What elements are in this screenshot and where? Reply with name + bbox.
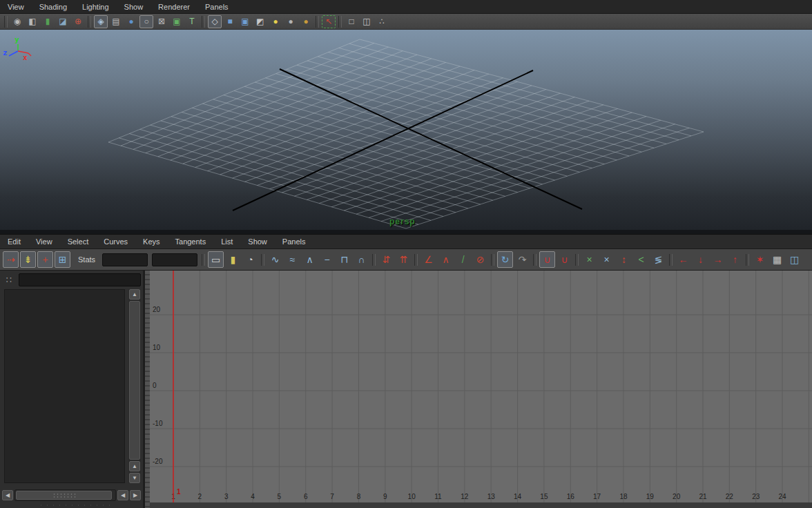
unify-tangents-icon[interactable]: ∧ [438, 251, 454, 268]
time-snap-icon[interactable]: ∪ [539, 251, 555, 268]
panel-resize-grip[interactable] [38, 504, 114, 507]
lattice-deform-keys-icon[interactable]: ⊞ [55, 251, 70, 268]
enable-stacked-curves-icon[interactable]: < [633, 251, 649, 268]
image-plane-icon[interactable]: ◪ [56, 15, 70, 28]
horizontal-scroll-thumb[interactable] [16, 491, 112, 500]
flat-tangents-icon[interactable]: − [319, 251, 335, 268]
stats-time-field[interactable] [102, 253, 148, 266]
ge-menu-keys[interactable]: Keys [135, 235, 167, 248]
spline-tangents-icon[interactable]: ∿ [267, 251, 283, 268]
ge-menu-edit[interactable]: Edit [0, 235, 28, 248]
use-all-lights-icon[interactable]: ● [269, 15, 282, 28]
outliner-display-toggle-icon[interactable]: ∷ [2, 275, 16, 285]
vertical-scroll-thumb[interactable] [129, 301, 140, 460]
wireframe-on-shaded-icon[interactable]: ▣ [238, 15, 252, 28]
clamped-tangents-icon[interactable]: ≈ [284, 251, 300, 268]
layout-window-icon[interactable]: ◫ [786, 251, 802, 268]
ge-menu-view[interactable]: View [28, 235, 60, 248]
lock-tangent-weight-icon[interactable]: ⊘ [472, 251, 488, 268]
scroll-up-button-bottom[interactable]: ▲ [129, 461, 140, 471]
field-chart-icon[interactable]: ⊠ [155, 15, 168, 28]
bookmarks-icon[interactable]: ▮ [41, 15, 55, 28]
vp-menu-show[interactable]: Show [117, 0, 151, 14]
channel-filter-input[interactable] [19, 273, 141, 286]
enable-normalized-view-icon[interactable]: × [581, 251, 597, 268]
load-curves-icon[interactable]: ↷ [514, 251, 530, 268]
safe-title-icon[interactable]: T [185, 15, 199, 28]
curve-graph-area[interactable]: 1234567891011121314151617181920212223242… [145, 271, 812, 508]
wireframe-icon[interactable]: ◇ [208, 15, 222, 28]
post-infinity-cycle-offset-icon[interactable]: ↑ [727, 251, 743, 268]
ge-menu-select[interactable]: Select [60, 235, 97, 248]
retime-tool-icon[interactable]: ✶ [752, 251, 768, 268]
camera-attributes-icon[interactable]: ◧ [26, 15, 39, 28]
grid-icon[interactable]: ◈ [94, 15, 108, 28]
frame-playback-range-icon[interactable]: ▮ [225, 251, 241, 268]
step-tangents-icon[interactable]: ⊓ [336, 251, 352, 268]
x-tick-label: 22 [726, 493, 734, 500]
free-tangent-weight-icon[interactable]: / [455, 251, 471, 268]
toolbar-separator [669, 254, 673, 266]
isolate-select-icon-glyph: ↖ [325, 17, 332, 26]
pre-infinity-cycle-icon[interactable]: ← [675, 251, 691, 268]
ge-menu-show[interactable]: Show [240, 235, 275, 248]
select-camera-icon[interactable]: ◉ [10, 15, 24, 28]
add-keys-tool-icon[interactable]: + [37, 251, 53, 268]
center-current-time-icon[interactable]: ◔ [242, 251, 258, 268]
shared-nodes-icon[interactable]: ∴ [375, 15, 389, 28]
spline-tangents-icon-glyph: ∿ [271, 255, 280, 264]
x-tick-label: 17 [593, 493, 601, 500]
scroll-up-button[interactable]: ▲ [129, 289, 140, 300]
layered-view-icon[interactable]: ◫ [360, 15, 374, 28]
vp-menu-renderer[interactable]: Renderer [151, 0, 197, 14]
ge-menu-list[interactable]: List [213, 235, 240, 248]
scroll-left-button-2[interactable]: ◀ [117, 490, 128, 500]
gate-mask-icon[interactable]: ○ [139, 15, 153, 28]
value-snap-icon[interactable]: ∪ [557, 251, 572, 268]
pre-infinity-cycle-offset-icon[interactable]: ↓ [693, 251, 708, 268]
x-tick-label: 3 [224, 493, 229, 500]
auto-load-curves-icon[interactable]: ↻ [497, 251, 513, 268]
textured-icon[interactable]: ◩ [253, 15, 267, 28]
frame-all-icon[interactable]: ▭ [208, 251, 224, 268]
linear-tangents-icon[interactable]: ∧ [302, 251, 318, 268]
snap-buffer-curves-icon[interactable]: ⇈ [396, 251, 412, 268]
film-gate-icon[interactable]: ▤ [109, 15, 123, 28]
xray-icon[interactable]: □ [345, 15, 358, 28]
plateau-tangents-icon[interactable]: ∩ [354, 251, 369, 268]
scroll-down-button[interactable]: ▼ [129, 473, 140, 483]
pan-zoom-icon[interactable]: ⊕ [71, 15, 85, 28]
default-material-icon[interactable]: ● [284, 15, 298, 28]
ge-menu-curves[interactable]: Curves [96, 235, 135, 248]
vp-menu-shading[interactable]: Shading [32, 0, 75, 14]
perspective-viewport[interactable]: y z x persp [0, 30, 812, 234]
stats-value-field[interactable] [152, 253, 197, 266]
isolate-select-icon[interactable]: ↖ [322, 15, 336, 28]
resolution-gate-icon[interactable]: ● [124, 15, 138, 28]
ge-menu-tangents[interactable]: Tangents [168, 235, 214, 248]
lock-tangent-weight-icon-glyph: ⊘ [476, 255, 485, 264]
scroll-left-button[interactable]: ◀ [2, 490, 13, 500]
graph-editor-menubar: Edit View Select Curves Keys Tangents Li… [0, 234, 812, 249]
insert-keys-tool-icon[interactable]: ⇟ [20, 251, 36, 268]
scroll-right-button[interactable]: ▶ [130, 490, 141, 500]
frame-all-icon-glyph: ▭ [211, 255, 220, 264]
disable-stacked-curves-icon[interactable]: ≶ [650, 251, 666, 268]
horizontal-scroll-track[interactable] [14, 489, 116, 501]
vp-menu-view[interactable]: View [0, 0, 32, 14]
post-infinity-cycle-icon[interactable]: → [710, 251, 726, 268]
unify-tangents-icon-glyph: ∧ [442, 255, 449, 264]
vp-menu-lighting[interactable]: Lighting [75, 0, 117, 14]
smooth-shade-icon[interactable]: ■ [223, 15, 237, 28]
move-nearest-key-tool-icon[interactable]: ⇢ [3, 251, 19, 268]
ge-menu-panels[interactable]: Panels [275, 235, 313, 248]
shadows-icon[interactable]: ● [299, 15, 313, 28]
disable-normalized-view-icon[interactable]: × [599, 251, 615, 268]
channel-list[interactable] [4, 289, 125, 483]
swap-buffer-curves-icon[interactable]: ⇵ [378, 251, 394, 268]
spreadsheet-icon[interactable]: ▦ [769, 251, 785, 268]
safe-action-icon[interactable]: ▣ [170, 15, 184, 28]
renormalize-curves-icon[interactable]: ↕ [616, 251, 632, 268]
break-tangents-icon[interactable]: ∠ [420, 251, 436, 268]
vp-menu-panels[interactable]: Panels [197, 0, 236, 14]
